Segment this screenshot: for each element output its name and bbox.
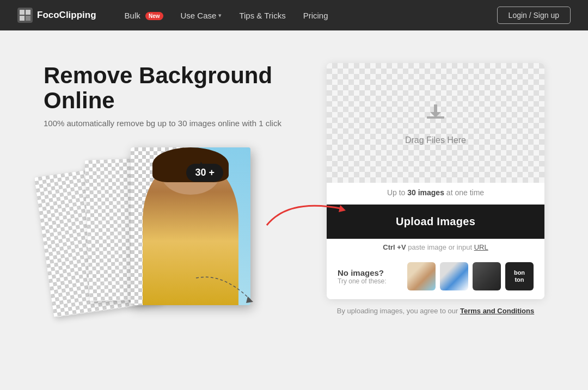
sample-thumb-camera[interactable] [473,262,501,290]
upload-images-button[interactable]: Upload Images [327,205,544,239]
sample-thumb-bonbon[interactable]: bonton [505,262,534,290]
sample-thumbs: bonton [407,262,534,290]
count-badge: 30 + [186,164,223,182]
hero-title: Remove Background Online [44,63,294,113]
info-suffix: at one time [444,188,484,197]
drop-text: Drag Files Here [405,135,466,145]
right-section: Drag Files Here Up to 30 images at one t… [327,63,544,315]
paste-hint: Ctrl +V paste image or input URL [327,239,544,256]
hero-image-stack: ▲ 30 + [44,147,272,321]
sample-label: No images? Try one of these: [338,268,387,285]
right-wrapper: Drag Files Here Up to 30 images at one t… [327,63,544,315]
paste-text: paste image or input [406,243,474,251]
try-one-label: Try one of these: [338,277,387,285]
sample-thumb-shoe[interactable] [440,262,468,290]
chevron-down-icon: ▾ [218,12,222,19]
upload-info: Up to 30 images at one time [327,183,544,205]
bulk-badge: New [145,12,163,20]
logo[interactable]: FocoClipping [17,8,96,23]
dashed-arrow-icon [191,273,256,305]
svg-marker-5 [246,296,253,303]
nav-pricing[interactable]: Pricing [303,11,328,20]
login-button[interactable]: Login / Sign up [497,7,571,24]
logo-icon [17,8,33,23]
logo-text: FocoClipping [37,10,96,21]
drop-checker-bg: Drag Files Here [327,63,544,183]
svg-rect-1 [20,10,24,15]
drop-zone[interactable]: Drag Files Here [327,63,544,183]
nav-bulk[interactable]: Bulk New [125,11,163,20]
badge-label: 30 + [195,167,215,178]
nav-links: Bulk New Use Case ▾ Tips & Tricks Pricin… [125,11,477,20]
url-link[interactable]: URL [474,243,488,251]
main-content: Remove Background Online 100% automatica… [0,30,588,343]
info-count: 30 images [407,188,444,197]
sample-thumb-person[interactable] [407,262,436,290]
upload-box: Drag Files Here Up to 30 images at one t… [327,63,544,299]
terms-line: By uploading images, you agree to our Te… [327,307,544,315]
nav-use-case[interactable]: Use Case ▾ [181,11,222,20]
sample-section: No images? Try one of these: [327,256,544,299]
no-images-label: No images? [338,268,387,277]
thumb-shoe-img [440,262,468,290]
thumb-camera-img [473,262,501,290]
svg-rect-2 [26,10,30,15]
left-section: Remove Background Online 100% automatica… [44,63,294,321]
svg-rect-8 [434,104,437,113]
hero-subtitle: 100% automatically remove bg up to 30 im… [44,119,294,128]
thumb-person-img [407,262,436,290]
drop-icon [425,101,446,128]
thumb-bonbon-img: bonton [505,262,534,290]
ctrl-v-label: Ctrl +V [383,243,406,251]
terms-link[interactable]: Terms and Conditions [460,307,534,315]
terms-prefix: By uploading images, you agree to our [337,307,460,315]
svg-rect-4 [26,16,30,21]
svg-rect-3 [20,16,24,21]
nav-tips[interactable]: Tips & Tricks [239,11,285,20]
info-prefix: Up to [387,188,407,197]
navbar: FocoClipping Bulk New Use Case ▾ Tips & … [0,0,588,30]
